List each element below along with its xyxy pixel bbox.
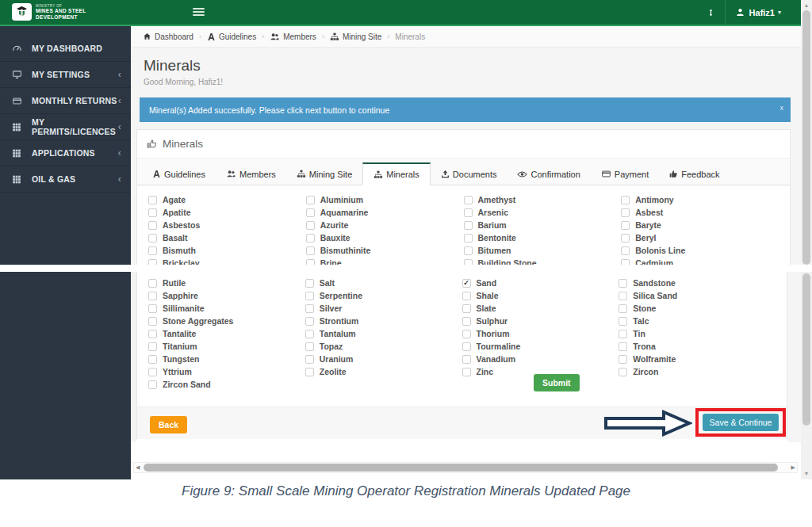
mineral-checkbox-asbest[interactable]: ✓ Asbest [621,208,779,217]
checkbox-icon[interactable]: ✓ [464,208,473,217]
checkbox-icon[interactable]: ✓ [621,196,630,204]
mineral-checkbox-agate[interactable]: ✓ Agate [148,195,306,204]
checkbox-icon[interactable]: ✓ [464,196,473,204]
mineral-checkbox-sandstone[interactable]: ✓ Sandstone [619,278,776,288]
checkbox-icon[interactable]: ✓ [148,221,157,230]
checkbox-icon[interactable]: ✓ [306,221,315,230]
mineral-checkbox-aquamarine[interactable]: ✓ Aquamarine [306,208,464,217]
checkbox-icon[interactable]: ✓ [619,368,627,376]
breadcrumb-item-guidelines[interactable]: Guidelines [207,32,256,41]
checkbox-icon[interactable]: ✓ [148,279,157,288]
mineral-checkbox-topaz[interactable]: ✓ Topaz [305,342,462,351]
mineral-checkbox-tungsten[interactable]: ✓ Tungsten [148,354,305,364]
mineral-checkbox-aluminium[interactable]: ✓ Aluminium [306,195,464,204]
mineral-checkbox-bismuthinite[interactable]: ✓ Bismuthinite [306,246,464,255]
mineral-checkbox-trona[interactable]: ✓ Trona [619,342,776,351]
mineral-checkbox-thorium[interactable]: ✓ Thorium [462,329,619,338]
checkbox-icon[interactable]: ✓ [619,279,627,288]
mineral-checkbox-wolframite[interactable]: ✓ Wolframite [619,354,776,364]
mineral-checkbox-building-stone[interactable]: ✓ Building Stone [464,258,622,265]
mineral-checkbox-silica-sand[interactable]: ✓ Silica Sand [619,291,776,300]
checkbox-icon[interactable]: ✓ [619,342,627,351]
mineral-checkbox-sand[interactable]: ✓ Sand [462,278,619,288]
mineral-checkbox-brickclay[interactable]: ✓ Brickclay [148,258,306,265]
checkbox-icon[interactable]: ✓ [462,279,471,288]
mineral-checkbox-azurite[interactable]: ✓ Azurite [306,220,464,230]
mineral-checkbox-tin[interactable]: ✓ Tin [619,329,776,338]
checkbox-icon[interactable]: ✓ [148,234,157,242]
mineral-checkbox-bismuth[interactable]: ✓ Bismuth [148,246,306,255]
mineral-checkbox-uranium[interactable]: ✓ Uranium [305,354,462,364]
sidebar-item-oil-gas[interactable]: OIL & GAS ‹ [0,166,131,193]
scroll-up-arrow-icon[interactable]: ▲ [801,1,812,10]
checkbox-icon[interactable]: ✓ [462,292,471,300]
mineral-checkbox-vanadium[interactable]: ✓ Vanadium [462,354,619,364]
checkbox-icon[interactable]: ✓ [464,221,473,230]
checkbox-icon[interactable]: ✓ [148,317,157,326]
checkbox-icon[interactable]: ✓ [305,292,314,300]
mineral-checkbox-yttrium[interactable]: ✓ Yttrium [148,367,305,376]
checkbox-icon[interactable]: ✓ [148,292,157,300]
tab-payment[interactable]: Payment [591,162,659,185]
mineral-checkbox-barium[interactable]: ✓ Barium [464,220,622,230]
mineral-checkbox-tourmaline[interactable]: ✓ Tourmaline [462,342,619,351]
checkbox-icon[interactable]: ✓ [306,208,315,217]
mineral-checkbox-talc[interactable]: ✓ Talc [619,316,776,326]
mineral-checkbox-shale[interactable]: ✓ Shale [462,291,619,300]
mineral-checkbox-tantalite[interactable]: ✓ Tantalite [148,329,305,338]
vertical-scrollbar-thumb[interactable] [802,273,810,426]
mineral-checkbox-titanium[interactable]: ✓ Titanium [148,342,305,351]
checkbox-icon[interactable]: ✓ [462,317,471,326]
checkbox-icon[interactable]: ✓ [305,355,314,364]
user-menu[interactable]: Hafiz1 ▾ [725,0,791,25]
checkbox-icon[interactable]: ✓ [621,246,630,255]
vertical-scrollbar-bottom[interactable]: ▼ [801,272,812,479]
checkbox-icon[interactable]: ✓ [305,342,314,351]
mineral-checkbox-sulphur[interactable]: ✓ Sulphur [462,316,619,326]
sidebar-item-my-permits-licences[interactable]: MY PERMITS/LICENCES ‹ [0,114,131,140]
checkbox-icon[interactable]: ✓ [148,330,157,338]
mineral-checkbox-bentonite[interactable]: ✓ Bentonite [464,233,622,242]
mineral-checkbox-antimony[interactable]: ✓ Antimony [621,195,779,204]
breadcrumb-item-dashboard[interactable]: Dashboard [143,32,193,41]
breadcrumb-item-members[interactable]: Members [270,32,316,41]
checkbox-icon[interactable]: ✓ [305,368,314,376]
mineral-checkbox-strontium[interactable]: ✓ Strontium [305,316,462,326]
checkbox-icon[interactable]: ✓ [305,330,314,338]
mineral-checkbox-sapphire[interactable]: ✓ Sapphire [148,291,305,300]
mineral-checkbox-stone-aggregates[interactable]: ✓ Stone Aggregates [148,316,305,326]
checkbox-icon[interactable]: ✓ [464,246,473,255]
checkbox-icon[interactable]: ✓ [462,304,471,313]
checkbox-icon[interactable]: ✓ [148,355,157,364]
checkbox-icon[interactable]: ✓ [619,355,627,364]
checkbox-icon[interactable]: ✓ [619,317,627,326]
tab-members[interactable]: Members [216,162,286,185]
checkbox-icon[interactable]: ✓ [464,234,473,242]
mineral-checkbox-brine[interactable]: ✓ Brine [306,258,464,265]
tab-minerals[interactable]: Minerals [362,162,431,185]
checkbox-icon[interactable]: ✓ [462,368,471,376]
checkbox-icon[interactable]: ✓ [148,196,157,204]
submit-button[interactable]: Submit [534,374,580,391]
mineral-checkbox-cadmium[interactable]: ✓ Cadmium [621,258,779,265]
mineral-checkbox-baryte[interactable]: ✓ Baryte [621,220,779,230]
checkbox-icon[interactable]: ✓ [621,234,630,242]
mineral-checkbox-slate[interactable]: ✓ Slate [462,304,619,313]
sidebar-toggle-hamburger-icon[interactable] [193,8,205,17]
mineral-checkbox-amethyst[interactable]: ✓ Amethyst [464,195,622,204]
checkbox-icon[interactable]: ✓ [148,246,157,255]
horizontal-scrollbar-thumb[interactable] [144,464,778,472]
checkbox-icon[interactable]: ✓ [619,304,627,313]
mineral-checkbox-beryl[interactable]: ✓ Beryl [621,233,779,242]
mineral-checkbox-asbestos[interactable]: ✓ Asbestos [148,220,306,230]
mineral-checkbox-basalt[interactable]: ✓ Basalt [148,233,306,242]
tab-feedback[interactable]: Feedback [659,162,730,185]
checkbox-icon[interactable]: ✓ [305,279,314,288]
alert-close-icon[interactable]: x [780,104,784,112]
tab-mining-site[interactable]: Mining Site [286,162,362,185]
checkbox-icon[interactable]: ✓ [621,221,630,230]
mineral-checkbox-bolonis-line[interactable]: ✓ Bolonis Line [621,246,779,255]
checkbox-icon[interactable]: ✓ [148,380,157,389]
checkbox-icon[interactable]: ✓ [148,208,157,217]
checkbox-icon[interactable]: ✓ [305,304,314,313]
